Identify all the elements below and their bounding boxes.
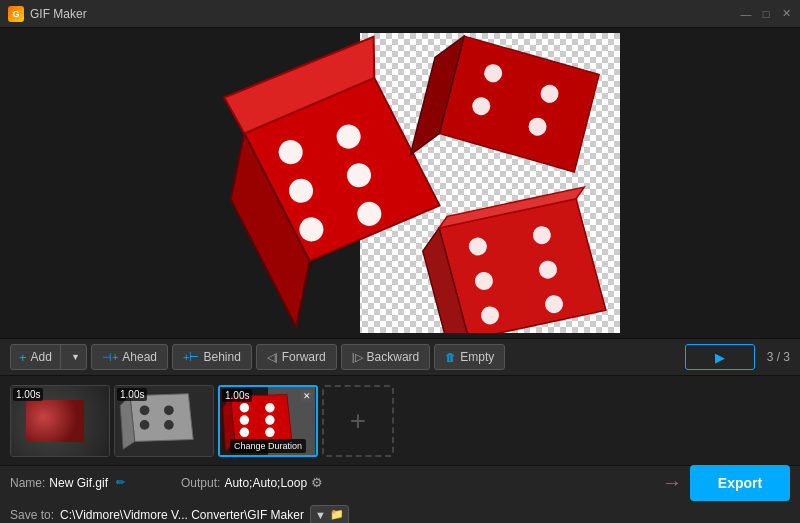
- settings-icon[interactable]: ⚙: [311, 475, 323, 490]
- add-label: Add: [31, 350, 52, 364]
- app-title: GIF Maker: [30, 7, 740, 21]
- maximize-button[interactable]: □: [760, 8, 772, 20]
- forward-button[interactable]: ◁| Forward: [256, 344, 337, 370]
- add-frame-button[interactable]: +: [322, 385, 394, 457]
- chevron-down-icon: ▼: [71, 352, 80, 362]
- close-button[interactable]: ✕: [780, 8, 792, 20]
- bottom-row-1: Name: New Gif.gif ✏ Output: Auto;Auto;Lo…: [10, 465, 790, 501]
- empty-label: Empty: [460, 350, 494, 364]
- trash-icon: 🗑: [445, 351, 456, 363]
- play-button[interactable]: ▶: [685, 344, 755, 370]
- svg-point-37: [265, 403, 274, 412]
- app-icon: G: [8, 6, 24, 22]
- page-indicator: 3 / 3: [767, 350, 790, 364]
- frame-item-active[interactable]: 1.00s ✕ Change Duration: [218, 385, 318, 457]
- path-dropdown[interactable]: ▼ 📁: [310, 505, 349, 524]
- svg-point-30: [140, 420, 150, 430]
- save-path-area: Save to: C:\Vidmore\Vidmore V... Convert…: [10, 505, 349, 524]
- svg-point-38: [240, 415, 249, 424]
- ahead-button[interactable]: ⊣+ Ahead: [91, 344, 168, 370]
- svg-point-28: [140, 405, 150, 415]
- minimize-button[interactable]: —: [740, 8, 752, 20]
- name-value: New Gif.gif: [49, 476, 108, 490]
- svg-point-31: [164, 420, 174, 430]
- folder-icon: 📁: [330, 508, 344, 521]
- save-to-label: Save to:: [10, 508, 54, 522]
- arrow-right-icon: →: [662, 471, 682, 494]
- frame-duration: 1.00s: [13, 388, 43, 401]
- svg-point-39: [265, 415, 274, 424]
- preview-canvas: [180, 33, 620, 333]
- preview-area: [0, 28, 800, 338]
- toolbar: + Add ▼ ⊣+ Ahead +⊢ Behind ◁| Forward |▷…: [0, 338, 800, 376]
- add-dropdown-arrow[interactable]: ▼: [65, 345, 86, 369]
- svg-point-36: [240, 403, 249, 412]
- save-path-value: C:\Vidmore\Vidmore V... Converter\GIF Ma…: [60, 508, 304, 522]
- export-button[interactable]: Export: [690, 465, 790, 501]
- svg-point-29: [164, 405, 174, 415]
- forward-label: Forward: [282, 350, 326, 364]
- dice-preview: [180, 33, 620, 333]
- add-button[interactable]: + Add ▼: [10, 344, 87, 370]
- add-main[interactable]: + Add: [11, 345, 61, 369]
- add-frame-icon: +: [350, 405, 366, 437]
- svg-point-40: [240, 427, 249, 436]
- frame-duration: 1.00s: [222, 389, 252, 402]
- behind-button[interactable]: +⊢ Behind: [172, 344, 252, 370]
- frames-strip: 1.00s 1.00s: [0, 376, 800, 466]
- ahead-label: Ahead: [122, 350, 157, 364]
- frame-item[interactable]: 1.00s: [10, 385, 110, 457]
- forward-icon: ◁|: [267, 351, 278, 364]
- empty-button[interactable]: 🗑 Empty: [434, 344, 505, 370]
- output-label: Output:: [181, 476, 220, 490]
- titlebar: G GIF Maker — □ ✕: [0, 0, 800, 28]
- plus-icon: +: [19, 350, 27, 365]
- play-icon: ▶: [715, 350, 725, 365]
- bottom-bar: Name: New Gif.gif ✏ Output: Auto;Auto;Lo…: [0, 466, 800, 523]
- frame-item[interactable]: 1.00s: [114, 385, 214, 457]
- frame-duration: 1.00s: [117, 388, 147, 401]
- backward-icon: |▷: [352, 351, 363, 364]
- export-area: → Export: [662, 465, 790, 501]
- svg-point-41: [265, 427, 274, 436]
- window-controls: — □ ✕: [740, 8, 792, 20]
- change-duration-button[interactable]: Change Duration: [230, 439, 306, 453]
- edit-icon[interactable]: ✏: [116, 476, 125, 489]
- frame-close-button[interactable]: ✕: [300, 389, 314, 403]
- backward-label: Backward: [367, 350, 420, 364]
- behind-label: Behind: [203, 350, 240, 364]
- name-label: Name:: [10, 476, 45, 490]
- bottom-row-2: Save to: C:\Vidmore\Vidmore V... Convert…: [10, 505, 790, 524]
- backward-button[interactable]: |▷ Backward: [341, 344, 431, 370]
- behind-icon: +⊢: [183, 351, 199, 364]
- ahead-icon: ⊣+: [102, 351, 118, 364]
- output-value: Auto;Auto;Loop: [224, 476, 307, 490]
- chevron-down-icon: ▼: [315, 509, 326, 521]
